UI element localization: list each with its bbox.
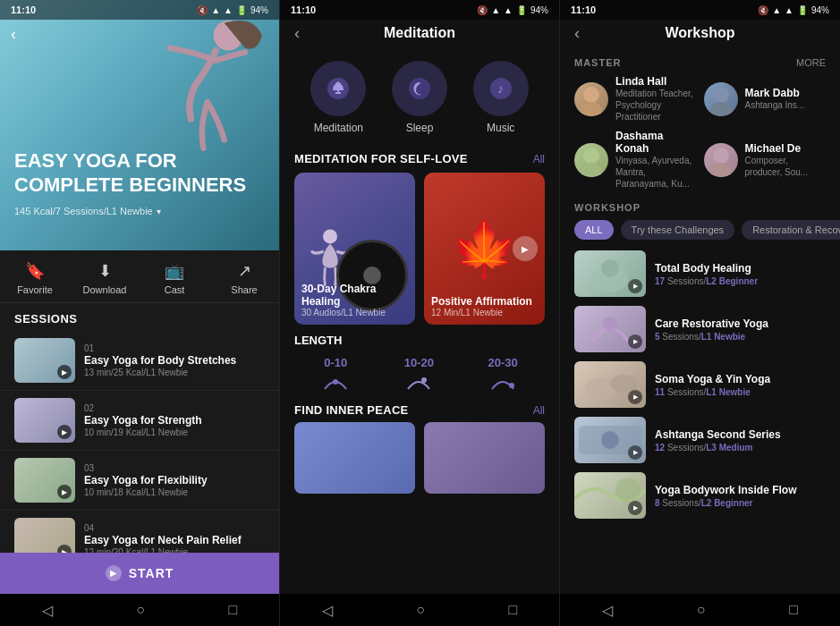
filter-all[interactable]: ALL	[574, 220, 614, 240]
bell-icon	[326, 76, 351, 101]
length-row: 0-10 10-20 20-30	[294, 356, 545, 391]
master-info-3: Dashama Konah Vinyasa, Ayurveda, Mantra,…	[615, 130, 697, 190]
workshop-play-1: ▶	[628, 279, 642, 293]
back-nav-1[interactable]: ◁	[42, 602, 53, 619]
workshop-info-3: Soma Yoga & Yin Yoga 11 Sessions/L1 Newb…	[655, 373, 826, 397]
share-button[interactable]: ↗ Share	[209, 261, 279, 295]
session-item-3[interactable]: ▶ 03 Easy Yoga for Flexibility 10 min/18…	[0, 451, 279, 511]
start-play-icon: ▶	[106, 565, 122, 581]
back-button-3[interactable]: ‹	[574, 24, 580, 43]
category-circle-meditation	[310, 61, 366, 116]
avatar-linda-hall	[574, 82, 608, 116]
find-card-2[interactable]	[424, 422, 545, 494]
session-play-icon-3: ▶	[57, 485, 72, 499]
workshop-info-4: Ashtanga Second Series 12 Sessions/L3 Me…	[655, 428, 826, 453]
filter-challenges[interactable]: Try these Challenges	[621, 220, 735, 240]
find-all-link[interactable]: All	[533, 404, 545, 417]
workshop-item-3[interactable]: ▶ Soma Yoga & Yin Yoga 11 Sessions/L1 Ne…	[574, 361, 826, 408]
session-thumb-1: ▶	[14, 338, 75, 383]
back-button-2[interactable]: ‹	[294, 24, 300, 43]
start-button[interactable]: ▶ START	[0, 553, 279, 594]
workshop-meta-5: 8 Sessions/L2 Beginner	[655, 498, 826, 508]
status-bar-1: 11:10 🔇 ▲ ▲ 🔋 94%	[0, 0, 279, 20]
cast-button[interactable]: 📺 Cast	[140, 261, 209, 295]
master-info-1: Linda Hall Meditation Teacher, Psycholog…	[615, 75, 697, 123]
featured-card-chakra[interactable]: 30-Day Chakra Healing 30 Audios/L1 Newbi…	[294, 173, 415, 325]
master-dashama[interactable]: Dashama Konah Vinyasa, Ayurveda, Mantra,…	[574, 130, 697, 190]
master-section: MASTER MORE Linda Hall Meditation Teache…	[560, 52, 840, 195]
status-icons-3: 🔇 ▲ ▲ 🔋 94%	[758, 5, 829, 15]
timer-icon-2	[404, 373, 433, 391]
hero-section: ‹ EASY YOGA FOR COMPLETE BEGINNERS 145 K…	[0, 0, 279, 250]
length-section: LENGTH 0-10 10-20 20-30	[280, 325, 559, 396]
workshop-section: WORKSHOP ALL Try these Challenges Restor…	[560, 195, 840, 245]
find-card-1[interactable]	[294, 422, 415, 494]
avatar-image-4	[704, 143, 738, 177]
svg-point-9	[421, 377, 427, 383]
workshop-play-5: ▶	[628, 501, 642, 515]
master-grid: Linda Hall Meditation Teacher, Psycholog…	[574, 75, 826, 190]
bottom-nav-2: ◁ ○ □	[280, 594, 559, 626]
category-sleep[interactable]: Sleep	[392, 61, 447, 134]
session-item-4[interactable]: ▶ 04 Easy Yoga for Neck Pain Relief 12 m…	[0, 511, 279, 553]
music-icon: ♪	[488, 76, 513, 101]
workshop-item-4[interactable]: ▶ Ashtanga Second Series 12 Sessions/L3 …	[574, 417, 826, 463]
sessions-list: ▶ 01 Easy Yoga for Body Stretches 13 min…	[0, 331, 279, 553]
avatar-michael	[704, 143, 738, 177]
category-meditation[interactable]: Meditation	[310, 61, 366, 134]
workshop-item-1[interactable]: ▶ Total Body Healing 17 Sessions/L2 Begi…	[574, 250, 826, 297]
session-play-icon-2: ▶	[57, 425, 72, 439]
recent-nav-3[interactable]: □	[789, 602, 798, 618]
session-item-2[interactable]: ▶ 02 Easy Yoga for Strength 10 min/19 Kc…	[0, 391, 279, 451]
battery-pct-1: 94%	[250, 5, 268, 15]
featured-card-affirmation[interactable]: 🍁 ▶ Positive Affirmation 12 Min/L1 Newbi…	[424, 173, 545, 325]
home-nav-3[interactable]: ○	[697, 602, 706, 618]
workshop-info-1: Total Body Healing 17 Sessions/L2 Beginn…	[655, 262, 826, 286]
master-more-link[interactable]: MORE	[796, 57, 826, 68]
master-mark-dabb[interactable]: Mark Dabb Ashtanga Ins...	[704, 75, 827, 123]
session-info-4: 04 Easy Yoga for Neck Pain Relief 12 min…	[84, 523, 265, 553]
category-music[interactable]: ♪ Music	[473, 61, 529, 134]
length-0-10[interactable]: 0-10	[321, 356, 350, 391]
mute-icon-3: 🔇	[758, 5, 768, 15]
svg-point-12	[581, 102, 602, 116]
meditation-title: Meditation	[384, 25, 455, 41]
svg-point-13	[713, 87, 729, 103]
featured-row: 30-Day Chakra Healing 30 Audios/L1 Newbi…	[280, 173, 559, 325]
favorite-button[interactable]: 🔖 Favorite	[0, 261, 70, 295]
status-bar-3: 11:10 🔇 ▲ ▲ 🔋 94%	[560, 0, 840, 20]
self-love-all[interactable]: All	[533, 153, 545, 165]
recent-nav-2[interactable]: □	[509, 602, 518, 618]
master-info-4: Michael De Composer, producer, Sou...	[745, 142, 827, 178]
back-button-1[interactable]: ‹	[11, 25, 16, 44]
master-linda-hall[interactable]: Linda Hall Meditation Teacher, Psycholog…	[574, 75, 697, 123]
wifi-icon-2: ▲	[504, 5, 513, 15]
back-nav-3[interactable]: ◁	[602, 602, 613, 619]
svg-point-10	[509, 383, 514, 388]
avatar-image-1	[574, 82, 608, 116]
workshop-list: ▶ Total Body Healing 17 Sessions/L2 Begi…	[560, 245, 840, 594]
workshop-panel: 11:10 🔇 ▲ ▲ 🔋 94% ‹ Workshop MASTER MORE	[559, 0, 840, 626]
avatar-image-3	[574, 143, 608, 177]
session-info-3: 03 Easy Yoga for Flexibility 10 min/18 K…	[84, 463, 265, 497]
session-item-1[interactable]: ▶ 01 Easy Yoga for Body Stretches 13 min…	[0, 331, 279, 391]
workshop-item-2[interactable]: ▶ Care Restorative Yoga 5 Sessions/L1 Ne…	[574, 306, 826, 352]
category-circle-sleep	[392, 61, 447, 116]
filter-restoration[interactable]: Restoration & Recovery	[742, 220, 840, 240]
length-10-20[interactable]: 10-20	[404, 356, 434, 391]
home-nav-2[interactable]: ○	[416, 602, 425, 618]
svg-point-21	[603, 317, 617, 331]
hero-subtitle: 145 Kcal/7 Sessions/L1 Newbie ▾	[14, 206, 161, 216]
find-cards-row	[280, 422, 559, 494]
recent-nav-1[interactable]: □	[229, 602, 238, 618]
master-header: MASTER MORE	[574, 57, 826, 68]
workshop-item-5[interactable]: ▶ Yoga Bodywork Inside Flow 8 Sessions/L…	[574, 472, 826, 519]
master-michael[interactable]: Michael De Composer, producer, Sou...	[704, 130, 827, 190]
battery-icon-3: 🔋	[797, 5, 808, 15]
home-nav-1[interactable]: ○	[136, 602, 145, 618]
signal-icon-2: ▲	[491, 5, 500, 15]
length-20-30[interactable]: 20-30	[488, 356, 518, 391]
svg-point-26	[615, 478, 641, 503]
back-nav-2[interactable]: ◁	[322, 602, 333, 619]
download-button[interactable]: ⬇ Download	[70, 261, 140, 295]
